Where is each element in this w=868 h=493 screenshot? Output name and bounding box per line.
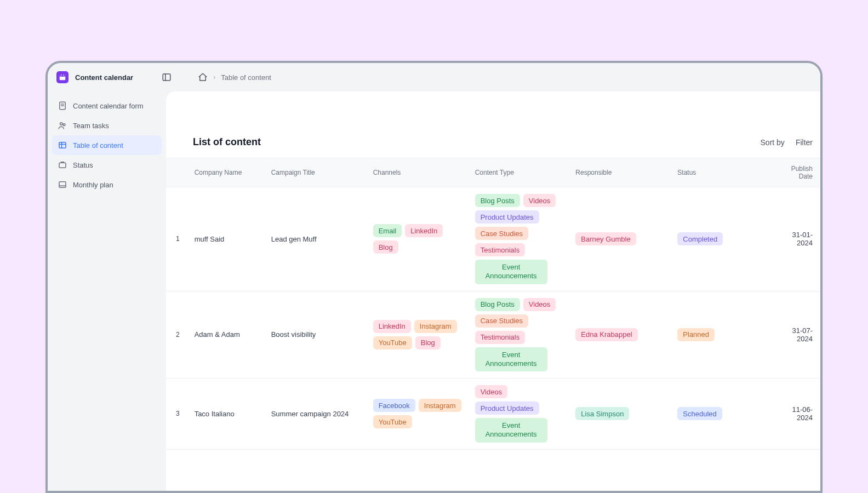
sidebar-item-table-of-content[interactable]: Table of content <box>52 135 162 155</box>
table-row[interactable]: 1muff SaidLead gen MuffEmailLinkedInBlog… <box>166 187 820 291</box>
body: Content calendar form Team tasks Table o… <box>48 91 820 491</box>
content-type-tag[interactable]: Testimonials <box>475 243 526 256</box>
col-status[interactable]: Status <box>673 158 775 187</box>
svg-rect-21 <box>59 182 66 188</box>
col-company[interactable]: Company Name <box>190 158 267 187</box>
channel-tag[interactable]: Facebook <box>373 399 415 412</box>
content-type-tag[interactable]: Case Studies <box>475 314 528 328</box>
responsible-tag[interactable]: Barney Gumble <box>575 232 636 245</box>
main-panel: List of content Sort by Filter <box>166 91 820 491</box>
svg-point-16 <box>63 124 65 126</box>
app-window: Content calendar › Table of content <box>45 61 823 493</box>
channel-tag[interactable]: LinkedIn <box>373 320 411 333</box>
channel-tag[interactable]: YouTube <box>373 336 412 349</box>
cell-company: Adam & Adam <box>190 291 267 379</box>
svg-point-5 <box>62 78 62 78</box>
col-channels[interactable]: Channels <box>369 158 471 187</box>
col-content-type[interactable]: Content Type <box>471 158 572 187</box>
cell-status: Completed <box>673 187 775 291</box>
sidebar-collapse-button[interactable] <box>161 71 173 83</box>
channel-tag[interactable]: Instagram <box>419 399 461 412</box>
cell-company: muff Said <box>190 187 267 291</box>
cell-publish-date: 31-07-2024 <box>775 291 820 379</box>
sidebar-item-content-calendar-form[interactable]: Content calendar form <box>52 96 162 116</box>
cell-status: Planned <box>673 291 775 379</box>
content-type-tag[interactable]: Event Announcements <box>475 418 547 443</box>
table-row[interactable]: 3Taco ItalianoSummer campaign 2024Facebo… <box>166 379 820 450</box>
svg-point-4 <box>61 78 61 78</box>
cell-publish-date: 11-06-2024 <box>775 379 820 450</box>
cell-publish-date: 31-01-2024 <box>775 187 820 291</box>
sidebar-item-team-tasks[interactable]: Team tasks <box>52 116 162 135</box>
sidebar-item-label: Status <box>73 161 93 169</box>
breadcrumb-current[interactable]: Table of content <box>221 73 271 82</box>
chevron-right-icon: › <box>213 73 215 81</box>
channel-tag[interactable]: Blog <box>415 336 441 349</box>
topbar: Content calendar › Table of content <box>48 63 820 91</box>
svg-point-9 <box>64 79 64 79</box>
content-type-tag[interactable]: Event Announcements <box>475 347 547 372</box>
sidebar-item-label: Team tasks <box>73 122 109 130</box>
cell-channels: FacebookInstagramYouTube <box>369 379 471 450</box>
cell-campaign: Boost visibility <box>267 291 369 379</box>
responsible-tag[interactable]: Edna Krabappel <box>575 328 637 341</box>
channel-tag[interactable]: YouTube <box>373 415 412 428</box>
table-row[interactable]: 2Adam & AdamBoost visibilityLinkedInInst… <box>166 291 820 379</box>
status-tag[interactable]: Completed <box>677 232 723 245</box>
channel-tag[interactable]: LinkedIn <box>405 224 443 237</box>
table-head: Company Name Campaign Title Channels Con… <box>166 158 820 187</box>
content-type-tag[interactable]: Product Updates <box>475 402 539 415</box>
content-type-tag[interactable]: Case Studies <box>475 227 528 240</box>
sort-by-button[interactable]: Sort by <box>761 138 785 147</box>
svg-point-6 <box>64 78 64 78</box>
svg-rect-17 <box>59 142 66 148</box>
cell-responsible: Lisa Simpson <box>571 379 673 450</box>
cell-content-type: Blog PostsVideosCase StudiesTestimonials… <box>471 291 572 379</box>
col-responsible[interactable]: Responsible <box>571 158 673 187</box>
cell-company: Taco Italiano <box>190 379 267 450</box>
cell-channels: EmailLinkedInBlog <box>369 187 471 291</box>
app-title: Content calendar <box>75 73 133 82</box>
cell-campaign: Summer campaign 2024 <box>267 379 369 450</box>
col-index <box>166 158 190 187</box>
content-type-tag[interactable]: Event Announcements <box>475 260 547 284</box>
content-type-tag[interactable]: Videos <box>523 298 556 311</box>
app-inner: Content calendar › Table of content <box>48 63 820 491</box>
cell-channels: LinkedInInstagramYouTubeBlog <box>369 291 471 379</box>
channel-tag[interactable]: Blog <box>373 240 398 254</box>
svg-point-8 <box>62 79 62 79</box>
list-title: List of content <box>193 136 261 148</box>
calendar-app-icon <box>56 71 68 83</box>
svg-point-7 <box>61 79 61 79</box>
cell-campaign: Lead gen Muff <box>267 187 369 291</box>
col-campaign[interactable]: Campaign Title <box>267 158 369 187</box>
filter-button[interactable]: Filter <box>796 138 813 147</box>
cell-status: Scheduled <box>673 379 775 450</box>
list-actions: Sort by Filter <box>761 138 813 147</box>
cell-content-type: VideosProduct UpdatesEvent Announcements <box>471 379 572 450</box>
status-tag[interactable]: Scheduled <box>677 407 722 420</box>
main-padding: List of content Sort by Filter <box>166 91 820 450</box>
channel-tag[interactable]: Email <box>373 224 402 237</box>
content-type-tag[interactable]: Videos <box>475 385 508 398</box>
home-icon[interactable] <box>198 72 208 82</box>
row-index: 2 <box>166 291 190 379</box>
row-index: 1 <box>166 187 190 291</box>
sidebar-item-monthly-plan[interactable]: Monthly plan <box>52 175 162 194</box>
content-type-tag[interactable]: Product Updates <box>475 210 539 223</box>
content-type-tag[interactable]: Videos <box>523 194 556 207</box>
sidebar-item-label: Content calendar form <box>73 102 144 110</box>
breadcrumb: › Table of content <box>198 72 271 82</box>
content-type-tag[interactable]: Blog Posts <box>475 194 520 207</box>
col-publish-date[interactable]: Publish Date <box>775 158 820 187</box>
list-header: List of content Sort by Filter <box>166 136 820 158</box>
channel-tag[interactable]: Instagram <box>414 320 457 333</box>
status-tag[interactable]: Planned <box>677 328 715 341</box>
content-type-tag[interactable]: Testimonials <box>475 331 526 344</box>
sidebar-item-label: Table of content <box>73 141 123 150</box>
sidebar-item-status[interactable]: Status <box>52 155 162 175</box>
responsible-tag[interactable]: Lisa Simpson <box>575 407 629 420</box>
svg-point-15 <box>60 123 63 125</box>
svg-rect-20 <box>59 163 66 168</box>
content-type-tag[interactable]: Blog Posts <box>475 298 520 311</box>
